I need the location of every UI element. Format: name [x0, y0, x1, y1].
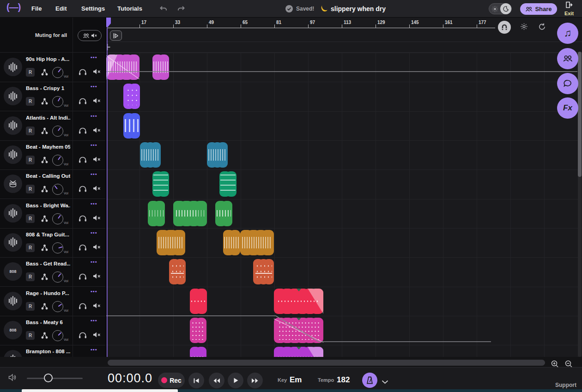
- track-instrument-icon[interactable]: [4, 350, 22, 357]
- track-name[interactable]: Bass - Meaty 6: [26, 320, 70, 325]
- audio-clip[interactable]: [106, 54, 139, 80]
- track-row[interactable]: Rage - Hundo P...•••RVol: [0, 287, 106, 316]
- audio-clip[interactable]: [123, 113, 140, 139]
- menu-item-file[interactable]: File: [31, 5, 42, 12]
- volume-knob[interactable]: [52, 67, 63, 78]
- volume-knob[interactable]: [52, 126, 63, 137]
- track-row[interactable]: Bass - Bright Wa...•••RVol: [0, 199, 106, 229]
- track-menu-icon[interactable]: •••: [91, 347, 97, 352]
- metronome-button[interactable]: [362, 373, 377, 388]
- track-row[interactable]: Atlantis - Alt Indi...•••RVol: [0, 111, 106, 141]
- solo-headphones-button[interactable]: [79, 185, 87, 194]
- fx-button[interactable]: Fx: [557, 97, 578, 119]
- track-menu-icon[interactable]: •••: [91, 318, 97, 323]
- marker-lane[interactable]: [106, 42, 582, 53]
- track-menu-icon[interactable]: •••: [91, 230, 97, 235]
- project-title[interactable]: slippery when dry: [331, 5, 386, 12]
- master-volume-thumb[interactable]: [44, 374, 53, 382]
- track-name[interactable]: 90s Hip Hop - A...: [26, 56, 70, 62]
- playhead-handle[interactable]: [106, 18, 111, 28]
- key-value[interactable]: Em: [290, 375, 302, 385]
- audio-clip[interactable]: [140, 142, 161, 168]
- arm-record-button[interactable]: R: [26, 272, 35, 281]
- audio-clip[interactable]: [253, 259, 274, 284]
- automation-icon[interactable]: [41, 156, 48, 166]
- track-menu-icon[interactable]: •••: [91, 171, 97, 177]
- audio-clip[interactable]: [152, 171, 169, 197]
- menu-item-tutorials[interactable]: Tutorials: [117, 5, 142, 12]
- track-instrument-icon[interactable]: [4, 58, 22, 76]
- vertical-scrollbar-thumb[interactable]: [578, 52, 582, 177]
- project-title-group[interactable]: slippery when dry: [321, 0, 386, 18]
- arm-record-button[interactable]: R: [26, 214, 35, 223]
- volume-knob[interactable]: [52, 271, 63, 283]
- vertical-scrollbar[interactable]: [578, 52, 582, 357]
- mute-button[interactable]: [93, 68, 101, 77]
- track-menu-icon[interactable]: •••: [91, 113, 97, 119]
- timeline[interactable]: 173349658197113129145161177: [106, 18, 582, 357]
- track-row[interactable]: 808Bass - Meaty 6•••RVol: [0, 316, 106, 345]
- chat-button[interactable]: [557, 73, 578, 94]
- tempo-value[interactable]: 182: [337, 375, 350, 385]
- arm-record-button[interactable]: R: [26, 185, 35, 193]
- master-volume-slider[interactable]: [27, 378, 83, 379]
- track-row[interactable]: Brampton - 808 ...•••RVol: [0, 345, 106, 357]
- audio-clip[interactable]: [148, 201, 165, 226]
- track-instrument-icon[interactable]: [4, 233, 22, 252]
- track-instrument-icon[interactable]: [4, 175, 22, 193]
- volume-knob[interactable]: [52, 184, 63, 195]
- track-menu-icon[interactable]: •••: [91, 54, 97, 60]
- track-name[interactable]: Rage - Hundo P...: [26, 290, 70, 296]
- solo-headphones-button[interactable]: [79, 273, 87, 282]
- automation-icon[interactable]: [41, 97, 48, 107]
- track-instrument-icon[interactable]: [4, 116, 22, 135]
- track-row[interactable]: Beat - Mayhem 05•••RVol: [0, 140, 106, 170]
- audio-clip[interactable]: [190, 289, 207, 314]
- automation-icon[interactable]: [41, 332, 48, 341]
- arm-record-button[interactable]: R: [26, 302, 35, 311]
- track-menu-icon[interactable]: •••: [91, 84, 97, 89]
- audio-clip[interactable]: [274, 347, 323, 357]
- solo-headphones-button[interactable]: [79, 127, 87, 136]
- track-menu-icon[interactable]: •••: [91, 201, 97, 206]
- audio-clip[interactable]: [274, 289, 323, 314]
- arm-record-button[interactable]: R: [26, 97, 35, 106]
- collaborators-button[interactable]: [557, 48, 578, 69]
- solo-headphones-button[interactable]: [79, 215, 87, 223]
- track-instrument-icon[interactable]: 808: [4, 262, 22, 281]
- exit-button[interactable]: Exit: [561, 1, 577, 17]
- menu-item-edit[interactable]: Edit: [55, 5, 67, 12]
- automation-icon[interactable]: [41, 302, 48, 312]
- volume-knob[interactable]: [52, 330, 63, 341]
- track-instrument-icon[interactable]: [4, 87, 22, 105]
- volume-knob[interactable]: [52, 301, 63, 312]
- share-button[interactable]: Share: [520, 3, 557, 15]
- skip-to-start-button[interactable]: [188, 373, 204, 388]
- instruments-button[interactable]: ♫: [557, 23, 578, 44]
- theme-toggle[interactable]: [489, 3, 512, 14]
- automation-icon[interactable]: [41, 215, 48, 224]
- track-name[interactable]: Brampton - 808 ...: [26, 349, 70, 354]
- track-instrument-icon[interactable]: 808: [4, 321, 22, 339]
- mute-button[interactable]: [93, 156, 101, 164]
- timeline-settings-button[interactable]: [520, 23, 528, 32]
- track-row[interactable]: 90s Hip Hop - A...•••RVol: [0, 53, 106, 82]
- volume-knob[interactable]: [52, 213, 63, 224]
- track-name[interactable]: Bass - Crispy 1: [26, 85, 70, 91]
- mute-button[interactable]: [93, 273, 101, 281]
- audio-clip[interactable]: [215, 201, 232, 226]
- track-row[interactable]: 808 & Trap Guit...•••RVol: [0, 228, 106, 258]
- volume-knob[interactable]: [52, 155, 63, 166]
- arm-record-button[interactable]: R: [26, 127, 35, 135]
- automation-icon[interactable]: [41, 68, 48, 78]
- redo-button[interactable]: [176, 4, 186, 13]
- solo-headphones-button[interactable]: [79, 156, 87, 165]
- track-name[interactable]: 808 & Trap Guit...: [26, 232, 70, 237]
- audio-clip[interactable]: [223, 230, 240, 255]
- track-row[interactable]: Bass - Crispy 1•••RVol: [0, 82, 106, 111]
- solo-headphones-button[interactable]: [79, 332, 87, 340]
- audio-clip[interactable]: [190, 347, 206, 357]
- audio-clip[interactable]: [173, 201, 207, 226]
- track-name[interactable]: Bass - Get Read...: [26, 261, 70, 266]
- mute-all-button[interactable]: [78, 30, 102, 41]
